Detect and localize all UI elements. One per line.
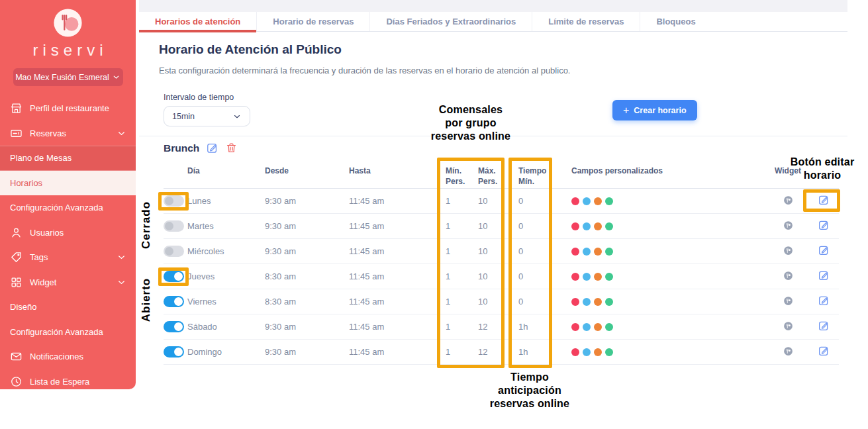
custom-field-dot <box>583 222 591 230</box>
cell-max: 10 <box>478 221 508 231</box>
custom-field-dot <box>605 348 613 356</box>
cell-from: 9:30 am <box>265 347 349 357</box>
table-row-viernes: Viernes8:30 am11:45 am1100 <box>164 289 839 314</box>
sidebar-item-label: Widget <box>30 277 56 287</box>
tab-limite-de-reservas[interactable]: Límite de reservas <box>532 12 640 31</box>
custom-field-dot <box>583 197 591 205</box>
custom-field-dot <box>594 197 602 205</box>
custom-field-dot <box>594 348 602 356</box>
edit-schedule-button[interactable] <box>818 244 830 258</box>
toggle-knob <box>165 197 173 205</box>
custom-field-dot <box>583 273 591 281</box>
create-schedule-button[interactable]: + Crear horario <box>612 100 697 120</box>
column-header-from: Desde <box>265 166 349 177</box>
riservi-logo: riservi <box>0 0 136 60</box>
sidebar-item-widget[interactable]: Widget <box>0 270 136 295</box>
widget-icon[interactable] <box>783 195 794 208</box>
widget-icon[interactable] <box>783 270 794 283</box>
tab-dias-feriados-y-extraordinarios[interactable]: Días Feriados y Extraordinarios <box>369 12 532 31</box>
tab-label: Horarios de atención <box>155 17 240 26</box>
riservi-logo-text: riservi <box>0 41 136 60</box>
tab-horario-de-reservas[interactable]: Horario de reservas <box>256 12 369 31</box>
day-toggle[interactable] <box>164 220 184 232</box>
day-toggle[interactable] <box>164 321 184 332</box>
edit-schedule-button[interactable] <box>818 194 830 208</box>
cell-max: 12 <box>478 322 508 332</box>
sidebar-item-configuracion-avanzada[interactable]: Configuración Avanzada <box>0 320 136 345</box>
cell-lead: 0 <box>518 271 556 281</box>
day-toggle[interactable] <box>164 246 184 257</box>
clock-icon <box>10 375 23 388</box>
custom-field-dot <box>594 222 602 230</box>
table-row-lunes: Lunes9:30 am11:45 am1100 <box>164 189 839 214</box>
interval-select-value: 15min <box>172 112 195 121</box>
restaurant-selector[interactable]: Mao Mex Fusión Esmeral <box>13 68 123 86</box>
edit-schedule-button[interactable] <box>818 320 830 334</box>
top-strip <box>139 0 847 12</box>
sidebar-item-perfil-del-restaurante[interactable]: Perfil del restaurante <box>0 96 136 121</box>
sidebar-item-usuarios[interactable]: Usuarios <box>0 220 136 246</box>
custom-field-dot <box>583 248 591 256</box>
sidebar-item-notificaciones[interactable]: Notificaciones <box>0 344 136 369</box>
column-header-min: Mín. Pers. <box>446 166 478 187</box>
sidebar-item-configuracion-avanzada[interactable]: Configuración Avanzada <box>0 195 136 220</box>
day-toggle[interactable] <box>164 195 184 207</box>
sidebar-item-horarios[interactable]: Horarios <box>0 171 136 196</box>
chevron-down-icon <box>117 252 126 262</box>
edit-schedule-button[interactable] <box>818 295 830 309</box>
envelope-icon <box>10 350 23 363</box>
sidebar-item-plano-de-mesas[interactable]: Plano de Mesas <box>0 146 136 171</box>
annotation-cerrado: Cerrado <box>140 189 153 262</box>
cell-to: 11:45 am <box>349 246 446 256</box>
edit-schedule-button[interactable] <box>818 219 830 233</box>
delete-schedule-button[interactable] <box>225 142 238 154</box>
sidebar-item-label: Perfil del restaurante <box>30 103 109 113</box>
sidebar-item-diseno[interactable]: Diseño <box>0 295 136 320</box>
table-body: Lunes9:30 am11:45 am1100Martes9:30 am11:… <box>164 189 839 365</box>
cell-min: 1 <box>446 297 478 307</box>
sidebar-item-lista-de-espera[interactable]: Lista de Espera <box>0 369 136 395</box>
annotation-boton-editar: Botón editar horario <box>780 156 865 182</box>
cell-from: 9:30 am <box>265 221 349 231</box>
column-header-day: Día <box>187 166 265 177</box>
widget-icon[interactable] <box>783 320 794 334</box>
annotation-abierto: Abierto <box>140 263 153 336</box>
custom-field-dot <box>583 323 591 331</box>
riservi-logo-icon <box>53 8 83 38</box>
day-toggle[interactable] <box>164 296 184 307</box>
tab-bloqueos[interactable]: Bloqueos <box>640 12 711 31</box>
custom-field-dot <box>605 222 613 230</box>
widget-icon[interactable] <box>783 346 794 359</box>
tab-label: Bloqueos <box>656 17 695 26</box>
widget-icon[interactable] <box>783 295 794 309</box>
cell-max: 10 <box>478 297 508 307</box>
widget-icon[interactable] <box>783 220 794 233</box>
cell-from: 9:30 am <box>265 322 349 332</box>
reservations-icon <box>10 127 23 140</box>
custom-field-dot <box>571 248 579 256</box>
interval-select[interactable]: 15min <box>164 106 250 126</box>
edit-schedule-name-button[interactable] <box>206 142 218 154</box>
sidebar-item-label: Horarios <box>10 178 42 188</box>
cell-lead: 0 <box>518 297 556 307</box>
cell-from: 9:30 am <box>265 246 349 256</box>
edit-schedule-button[interactable] <box>818 345 830 359</box>
cell-max: 12 <box>478 347 508 357</box>
sidebar-item-tags[interactable]: Tags <box>0 245 136 270</box>
cell-to: 11:45 am <box>349 297 446 307</box>
sidebar-item-reservas[interactable]: Reservas <box>0 121 136 146</box>
cell-day: Viernes <box>187 297 265 307</box>
tag-icon <box>10 251 23 263</box>
custom-field-dot <box>605 273 613 281</box>
day-toggle[interactable] <box>164 346 184 358</box>
cell-to: 11:45 am <box>349 196 446 206</box>
tab-horarios-de-atencion[interactable]: Horarios de atención <box>139 12 256 31</box>
day-toggle[interactable] <box>164 271 184 282</box>
table-row-jueves: Jueves8:30 am11:45 am1100 <box>164 264 839 289</box>
table-row-martes: Martes9:30 am11:45 am1100 <box>164 214 839 239</box>
tab-label: Horario de reservas <box>273 17 354 26</box>
edit-schedule-button[interactable] <box>818 269 830 283</box>
tab-label: Días Feriados y Extraordinarios <box>386 17 516 26</box>
widget-icon[interactable] <box>783 245 794 258</box>
cell-min: 1 <box>446 347 478 357</box>
